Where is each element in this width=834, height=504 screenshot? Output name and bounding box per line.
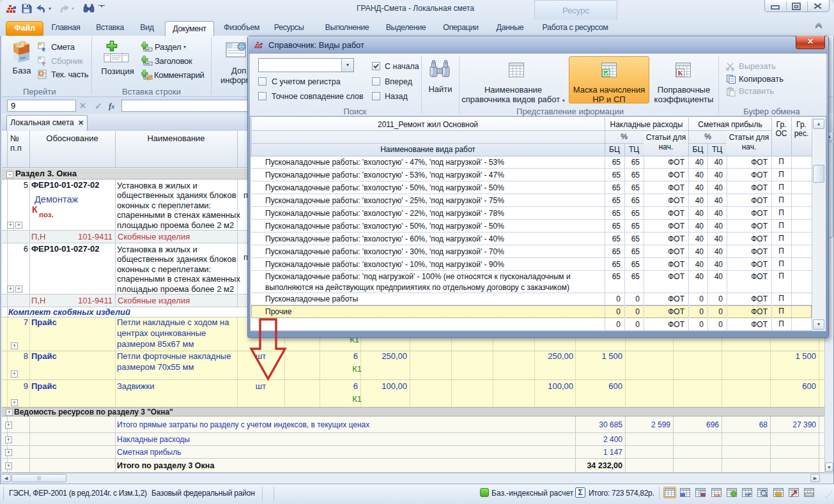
svg-text:К: К	[678, 69, 683, 77]
svg-text:A: A	[40, 72, 43, 75]
svg-text:НР: НР	[745, 493, 752, 497]
svg-text:тсн: тсн	[714, 493, 720, 497]
